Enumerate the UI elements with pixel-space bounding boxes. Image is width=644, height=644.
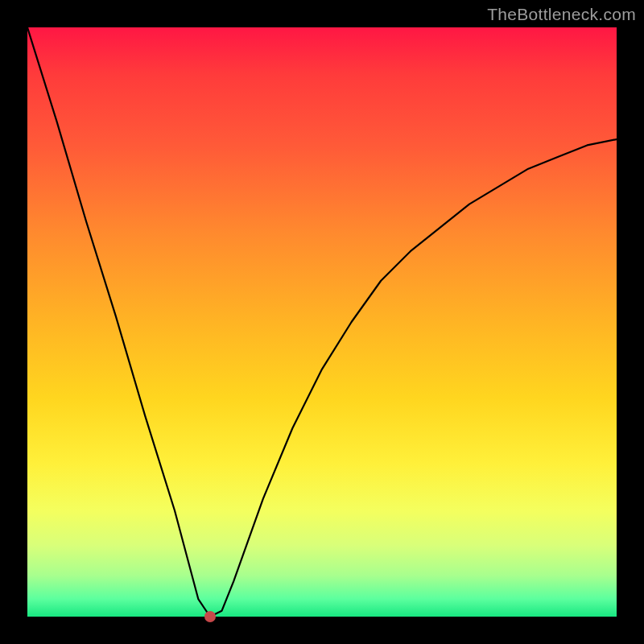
watermark-text: TheBottleneck.com: [487, 5, 636, 24]
plot-area: [27, 27, 617, 617]
curve-path: [27, 27, 617, 617]
optimum-marker: [204, 611, 216, 622]
bottleneck-curve: [27, 27, 617, 617]
chart-frame: TheBottleneck.com: [0, 0, 644, 644]
